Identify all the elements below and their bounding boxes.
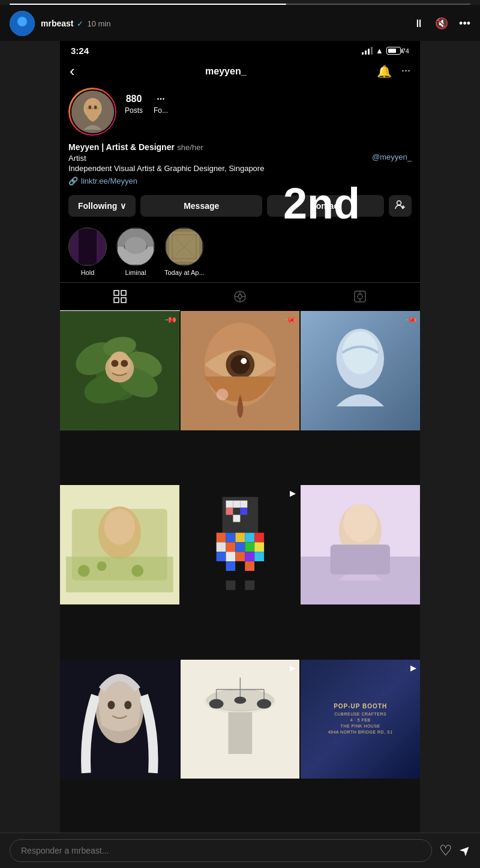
svg-point-121: [257, 699, 271, 708]
profile-section: 880 Posts ··· Fo... Meyyen | Artist & De…: [60, 83, 420, 223]
mute-icon[interactable]: 🔇: [435, 17, 448, 30]
add-friend-button[interactable]: [389, 195, 412, 217]
svg-point-50: [230, 355, 250, 375]
grid-post-0[interactable]: 📌: [60, 311, 179, 430]
svg-rect-83: [254, 543, 264, 552]
pause-icon[interactable]: ⏸: [413, 17, 424, 30]
popup-title: POP-UP BOOTH: [334, 703, 387, 710]
svg-point-64: [97, 562, 107, 571]
profile-top: 880 Posts ··· Fo...: [68, 88, 412, 136]
posts-stat[interactable]: 880 Posts: [125, 94, 143, 115]
grid-post-4[interactable]: ▶: [181, 485, 300, 604]
battery-icon: [386, 47, 401, 55]
svg-rect-74: [216, 533, 226, 543]
grid-post-8[interactable]: POP-UP BOOTH CUBREUSE CRAFTERS 4 · 5 FEB…: [301, 660, 420, 779]
svg-point-61: [104, 509, 136, 545]
profile-tabs: [60, 282, 420, 311]
nav-more-icon[interactable]: ···: [401, 64, 410, 79]
svg-rect-70: [240, 501, 247, 508]
avatar[interactable]: [10, 11, 35, 36]
more-options-icon[interactable]: •••: [459, 17, 470, 30]
story-time: 10 min: [87, 19, 110, 28]
svg-point-122: [234, 696, 246, 704]
notification-icon[interactable]: 🔔: [377, 64, 392, 79]
highlight-liminal[interactable]: Liminal: [116, 228, 155, 276]
grid-post-3[interactable]: [60, 485, 179, 604]
send-icon[interactable]: ➤: [455, 841, 474, 860]
chevron-down-icon: ∨: [120, 201, 126, 211]
contact-button[interactable]: Contact: [267, 195, 384, 217]
reel-icon-8: ▶: [410, 663, 416, 672]
ig-nav-icons: 🔔 ···: [377, 64, 410, 79]
highlight-label-liminal: Liminal: [125, 269, 146, 276]
profile-stats: 880 Posts ··· Fo...: [125, 88, 412, 115]
grid-post-7[interactable]: ▶: [181, 660, 300, 779]
grid-post-2[interactable]: 📌: [301, 311, 420, 430]
grid-post-6[interactable]: [60, 660, 179, 779]
highlight-label-today: Today at Ap...: [164, 269, 205, 276]
story-controls: ⏸ 🔇 •••: [413, 17, 470, 30]
svg-point-6: [88, 106, 91, 109]
svg-rect-72: [240, 508, 247, 515]
profile-avatar-wrapper: [68, 88, 116, 136]
back-button[interactable]: ‹: [70, 62, 75, 80]
svg-rect-89: [216, 562, 226, 571]
svg-rect-98: [245, 580, 254, 590]
highlight-hold[interactable]: Hold: [68, 228, 107, 276]
svg-rect-81: [235, 543, 245, 552]
profile-avatar[interactable]: [68, 88, 116, 136]
svg-rect-73: [233, 515, 240, 522]
bio-handle: @meyyen_: [372, 152, 412, 161]
svg-rect-71: [226, 508, 233, 515]
phone-screen: 3:24 ▲ 74 ‹: [60, 41, 420, 833]
svg-point-109: [107, 701, 115, 709]
svg-rect-87: [245, 552, 254, 562]
bio-link[interactable]: 🔗 linktr.ee/Meyyen: [68, 176, 412, 185]
tab-grid[interactable]: [60, 283, 180, 311]
svg-rect-96: [245, 571, 254, 580]
phone-status-bar: 3:24 ▲ 74: [60, 41, 420, 58]
svg-rect-104: [331, 545, 390, 575]
grid-post-1[interactable]: 📌: [181, 311, 300, 430]
story-meta: mrbeast ✓ 10 min: [41, 19, 407, 28]
svg-point-33: [358, 294, 362, 299]
svg-rect-76: [235, 533, 245, 543]
message-button[interactable]: Message: [140, 195, 262, 217]
ig-nav-bar: ‹ meyyen_ 🔔 ···: [60, 58, 420, 83]
tab-reels[interactable]: [180, 283, 300, 311]
svg-rect-95: [235, 571, 245, 580]
svg-point-14: [82, 236, 94, 248]
verified-badge: ✓: [77, 19, 83, 28]
svg-point-110: [124, 701, 131, 709]
action-buttons: Following ∨ Message Contact: [68, 190, 412, 223]
svg-point-52: [216, 388, 228, 400]
tab-tagged[interactable]: [300, 283, 420, 311]
reply-input[interactable]: [10, 839, 432, 862]
posts-count: 880: [125, 94, 143, 104]
svg-point-56: [343, 331, 379, 375]
grid-post-5[interactable]: [301, 485, 420, 604]
heart-icon[interactable]: ♡: [439, 842, 452, 859]
svg-point-1: [17, 17, 27, 26]
popup-venue: THE PINK HOUSE: [341, 723, 380, 729]
story-username: mrbeast: [41, 19, 73, 28]
svg-point-8: [397, 201, 401, 205]
battery-percentage: 74: [402, 47, 409, 55]
signal-icon: [362, 47, 373, 55]
svg-rect-97: [226, 580, 235, 590]
followers-stat[interactable]: ··· Fo...: [154, 94, 168, 115]
svg-point-27: [238, 295, 242, 298]
highlight-label-hold: Hold: [81, 269, 95, 276]
following-button[interactable]: Following ∨: [68, 195, 136, 217]
followers-count: ···: [154, 94, 168, 104]
svg-rect-69: [233, 501, 240, 508]
phone-status-icons: ▲ 74: [362, 46, 409, 55]
svg-rect-23: [121, 291, 126, 295]
svg-point-103: [344, 504, 377, 543]
app-container: mrbeast ✓ 10 min ⏸ 🔇 ••• 3:24 ▲: [0, 0, 480, 868]
svg-point-7: [94, 106, 97, 109]
svg-rect-84: [216, 552, 226, 562]
bottom-bar: ♡ ➤: [0, 833, 480, 868]
svg-rect-91: [235, 562, 245, 571]
highlight-today[interactable]: Today at Ap...: [164, 228, 205, 276]
